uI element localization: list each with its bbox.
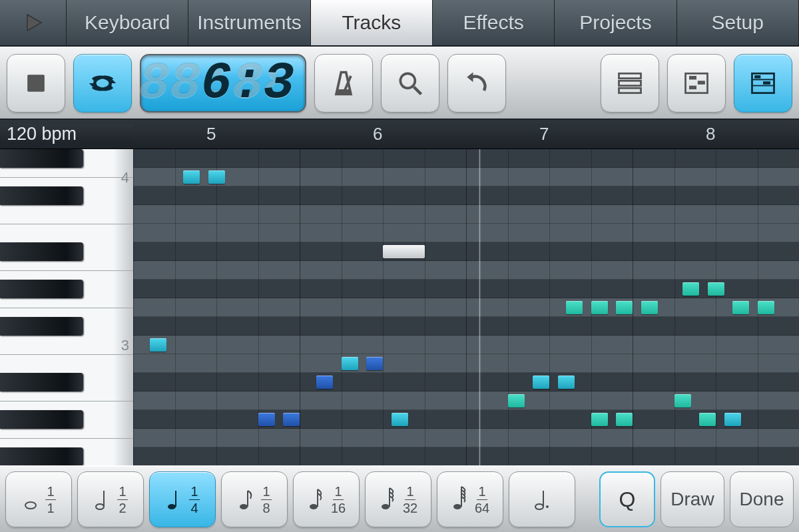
midi-note[interactable] [724, 413, 741, 426]
midi-note[interactable] [616, 413, 633, 426]
ruler-ticks: 5678 [133, 120, 799, 148]
view-mode-1-button[interactable] [601, 54, 659, 113]
midi-note[interactable] [682, 282, 699, 296]
midi-note[interactable] [283, 413, 300, 426]
black-key[interactable] [0, 280, 83, 298]
note-length-sixtyfourth-button[interactable]: 164 [437, 471, 503, 527]
ruler-bar-number: 5 [206, 124, 216, 144]
black-key[interactable] [0, 373, 83, 392]
midi-note[interactable] [566, 301, 583, 314]
svg-rect-6 [619, 81, 641, 85]
note-whole-icon [21, 486, 40, 513]
midi-note[interactable] [150, 338, 166, 352]
midi-note[interactable] [342, 357, 358, 370]
midi-note[interactable] [392, 413, 408, 426]
midi-note[interactable] [366, 357, 383, 370]
midi-note[interactable] [674, 394, 691, 407]
note-sixteenth-icon [307, 486, 326, 513]
svg-point-26 [382, 504, 390, 509]
midi-note[interactable] [508, 394, 525, 407]
svg-point-24 [310, 504, 318, 509]
tab-effects[interactable]: Effects [433, 0, 555, 45]
loop-icon [88, 69, 117, 98]
stop-button[interactable] [7, 54, 65, 113]
transport-toolbar: 6:3 [0, 47, 799, 120]
midi-note[interactable] [591, 301, 608, 314]
undo-button[interactable] [447, 54, 506, 113]
midi-note[interactable] [383, 245, 425, 258]
svg-point-30 [535, 504, 543, 509]
tab-projects[interactable]: Projects [555, 0, 676, 45]
note-length-sixteenth-button[interactable]: 116 [293, 471, 360, 527]
done-button[interactable]: Done [730, 471, 794, 527]
loop-button[interactable] [73, 54, 132, 113]
draw-button[interactable]: Draw [661, 471, 724, 527]
view-mode-3-button[interactable] [734, 54, 792, 113]
midi-note[interactable] [708, 282, 724, 296]
svg-rect-10 [698, 81, 705, 85]
search-icon [396, 69, 425, 98]
svg-rect-2 [336, 89, 351, 94]
midi-note[interactable] [208, 170, 225, 184]
note-length-quarter-button[interactable]: 14 [149, 471, 216, 527]
stop-icon [21, 69, 51, 98]
black-key[interactable] [0, 447, 83, 465]
note-length-bar: 11121418116132164 Q Draw Done [0, 465, 799, 532]
black-key[interactable] [0, 186, 83, 205]
note-quarter-icon [165, 486, 184, 513]
blocks-view-icon [682, 69, 711, 98]
midi-note[interactable] [316, 376, 333, 389]
tab-instruments[interactable]: Instruments [188, 0, 310, 45]
piano-keys[interactable]: 43 [0, 149, 133, 465]
svg-point-28 [453, 504, 461, 509]
midi-note[interactable] [641, 301, 658, 314]
midi-note[interactable] [183, 170, 200, 184]
note-length-whole-button[interactable]: 11 [5, 471, 72, 527]
top-tab-bar: Keyboard Instruments Tracks Effects Proj… [0, 0, 799, 47]
metronome-button[interactable] [314, 54, 373, 113]
midi-note[interactable] [533, 376, 549, 389]
note-half-icon [93, 486, 112, 513]
note-grid[interactable] [133, 149, 799, 465]
note-length-thirtysecond-button[interactable]: 132 [365, 471, 431, 527]
svg-line-4 [414, 87, 421, 94]
midi-note[interactable] [558, 376, 575, 389]
ruler-bar-number: 7 [539, 124, 549, 144]
note-thirtysecond-icon [379, 486, 398, 513]
play-button[interactable] [0, 0, 67, 45]
svg-point-20 [168, 504, 176, 509]
zoom-button[interactable] [381, 54, 439, 113]
svg-rect-5 [619, 73, 641, 78]
position-display[interactable]: 6:3 [140, 54, 306, 113]
list-view-icon [615, 69, 645, 98]
midi-note[interactable] [732, 301, 749, 314]
note-eighth-icon [237, 486, 256, 513]
midi-note[interactable] [591, 413, 608, 426]
octave-label: 4 [121, 169, 129, 186]
midi-note[interactable] [699, 413, 716, 426]
midi-note[interactable] [258, 413, 275, 426]
midi-note[interactable] [758, 301, 774, 314]
black-key[interactable] [0, 149, 83, 168]
note-length-half-button[interactable]: 12 [77, 471, 144, 527]
black-key[interactable] [0, 317, 83, 336]
note-length-eighth-button[interactable]: 18 [221, 471, 288, 527]
svg-rect-9 [689, 76, 696, 80]
view-mode-2-button[interactable] [667, 54, 726, 113]
quantize-button[interactable]: Q [599, 471, 655, 527]
note-length-dotted-button[interactable] [509, 471, 575, 527]
ruler-bar-number: 6 [373, 124, 382, 144]
bpm-label[interactable]: 120 bpm [0, 124, 133, 144]
svg-point-32 [546, 505, 549, 508]
timeline-ruler[interactable]: 120 bpm 5678 [0, 120, 799, 149]
black-key[interactable] [0, 242, 83, 261]
tab-keyboard[interactable]: Keyboard [67, 0, 188, 45]
svg-rect-15 [754, 75, 760, 79]
black-key[interactable] [0, 410, 83, 429]
midi-note[interactable] [616, 301, 633, 314]
tab-setup[interactable]: Setup [677, 0, 799, 45]
note-dotted-icon [533, 486, 551, 513]
note-sixtyfourth-icon [451, 486, 469, 513]
tab-tracks[interactable]: Tracks [311, 0, 433, 45]
playhead[interactable] [479, 149, 480, 465]
